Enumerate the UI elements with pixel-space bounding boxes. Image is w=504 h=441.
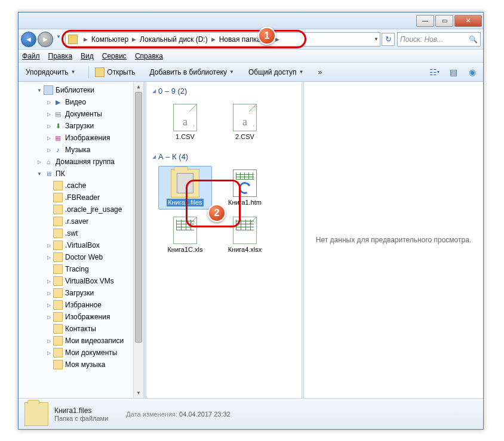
expand-icon[interactable]: ▷ (46, 314, 52, 320)
tree-item-13[interactable]: ▷.VirtualBox (20, 239, 142, 251)
expand-icon[interactable]: ▷ (46, 112, 52, 117)
file-item-1.CSV[interactable]: a,1.CSV (158, 100, 212, 144)
expand-icon[interactable]: ▷ (46, 291, 52, 296)
file-item-Книга1.files[interactable]: Книга1.files (158, 166, 212, 209)
breadcrumb-drive[interactable]: Локальный диск (D:) (140, 35, 208, 44)
tree-label: Контакты (65, 325, 96, 333)
expand-icon[interactable]: ▷ (46, 100, 52, 105)
tree-item-19[interactable]: ▷Изображения (20, 311, 142, 323)
expand-icon[interactable]: ▷ (46, 338, 52, 344)
tree-item-2[interactable]: ▷▤Документы (20, 108, 142, 120)
expand-icon[interactable]: ▷ (46, 147, 52, 153)
tree-item-8[interactable]: .cache (20, 180, 142, 192)
tree-item-17[interactable]: ▷Загрузки (20, 287, 142, 299)
expand-icon[interactable]: ▼ (36, 88, 42, 93)
tree-item-7[interactable]: ▼🖥ПК (20, 168, 142, 180)
group-header-0[interactable]: ◢ 0 – 9 (2) (149, 85, 299, 98)
menu-tools[interactable]: Сервис (102, 52, 127, 60)
preview-pane-button[interactable]: ▤ (446, 67, 460, 78)
tree-item-20[interactable]: Контакты (20, 323, 142, 335)
pc-icon: 🖥 (44, 169, 53, 178)
status-folder-icon (24, 402, 48, 426)
chevron-right-icon: ▶ (132, 36, 136, 42)
annotation-badge-2: 2 (208, 204, 226, 222)
group-header-1[interactable]: ◢ А – К (4) (149, 151, 299, 164)
tree-item-9[interactable]: .FBReader (20, 192, 142, 203)
menu-file[interactable]: Файл (22, 52, 40, 60)
tree-label: Изображения (65, 134, 110, 142)
tree-item-23[interactable]: Моя музыка (20, 359, 142, 371)
tree-item-1[interactable]: ▷▶Видео (20, 96, 142, 108)
expand-icon[interactable]: ▷ (46, 124, 52, 129)
file-list[interactable]: ◢ 0 – 9 (2)a,1.CSVa,2.CSV◢ А – К (4)Книг… (146, 82, 302, 398)
back-button[interactable]: ◄ (21, 32, 36, 47)
expand-icon[interactable]: ▷ (46, 350, 52, 356)
expand-icon[interactable]: ▷ (46, 243, 52, 248)
refresh-button[interactable]: ↻ (382, 33, 395, 46)
tree-item-22[interactable]: ▷Мои документы (20, 347, 142, 359)
file-item-2.CSV[interactable]: a,2.CSV (218, 100, 272, 144)
expand-icon[interactable]: ▷ (36, 159, 42, 165)
more-button[interactable]: » (314, 66, 325, 78)
file-label: Книга4.xlsx (228, 246, 262, 254)
tree-item-0[interactable]: ▼Библиотеки (20, 84, 142, 96)
tree-scrollbar[interactable]: ▲ ▼ (133, 82, 143, 398)
expand-icon[interactable]: ▼ (36, 171, 42, 177)
tree-item-6[interactable]: ▷⌂Домашняя группа (20, 156, 142, 168)
fld-icon (53, 193, 63, 202)
navigation-bar: ◄ ► ▼ ▶ Компьютер ▶ Локальный диск (D:) … (19, 29, 483, 50)
fld-icon (53, 205, 63, 214)
tree-item-14[interactable]: ▷Doctor Web (20, 251, 142, 263)
menu-edit[interactable]: Правка (48, 52, 73, 60)
maximize-button[interactable]: ▭ (435, 15, 453, 27)
breadcrumb-computer[interactable]: Компьютер (91, 35, 128, 44)
tree-label: Изображения (65, 313, 110, 321)
help-button[interactable]: ◉ (465, 67, 480, 78)
tree-item-18[interactable]: ▷Избранное (20, 299, 142, 311)
add-to-library-button[interactable]: Добавить в библиотеку▼ (146, 66, 237, 78)
expand-icon[interactable]: ▷ (46, 303, 52, 308)
file-label: 2.CSV (235, 133, 254, 141)
scrollbar-thumb[interactable] (135, 92, 142, 343)
tree-label: Документы (65, 110, 102, 118)
open-button[interactable]: Открыть (91, 66, 139, 79)
tree-item-21[interactable]: ▷Мои видеозаписи (20, 335, 142, 347)
scroll-up-icon[interactable]: ▲ (134, 82, 143, 92)
share-button[interactable]: Общий доступ▼ (245, 66, 308, 78)
tree-item-5[interactable]: ▷♪Музыка (20, 144, 142, 156)
tree-item-15[interactable]: Tracing (20, 263, 142, 275)
minimize-button[interactable]: — (416, 15, 434, 27)
menu-help[interactable]: Справка (135, 52, 163, 60)
address-bar[interactable]: ▶ Компьютер ▶ Локальный диск (D:) ▶ Нова… (65, 32, 380, 47)
file-item-Книга1.htm[interactable]: Книга1.htm (218, 166, 272, 209)
file-item-Книга1C.xls[interactable]: Книга1C.xls (158, 213, 212, 257)
status-mod-value: 04.04.2017 23:32 (179, 411, 231, 418)
file-item-Книга4.xlsx[interactable]: Книга4.xlsx (218, 213, 272, 257)
address-dropdown[interactable]: ▼ (374, 36, 379, 42)
tree-item-10[interactable]: .oracle_jre_usage (20, 203, 142, 215)
collapse-icon[interactable]: ◢ (151, 88, 157, 94)
close-button[interactable]: ✕ (454, 15, 482, 27)
tree-item-11[interactable]: .r.saver (20, 215, 142, 227)
search-input[interactable]: Поиск: Нов... 🔍 (397, 32, 481, 47)
tree-item-3[interactable]: ▷⬇Загрузки (20, 120, 142, 132)
history-dropdown[interactable]: ▼ (54, 32, 63, 42)
expand-icon[interactable]: ▷ (46, 279, 52, 284)
scroll-down-icon[interactable]: ▼ (134, 388, 143, 398)
view-options-button[interactable]: ☷▾ (427, 67, 441, 78)
tree-item-12[interactable]: .swt (20, 227, 142, 239)
expand-icon[interactable]: ▷ (46, 135, 52, 141)
tree-label: VirtualBox VMs (65, 277, 114, 285)
collapse-icon[interactable]: ◢ (151, 154, 157, 159)
command-bar: Упорядочить▼ Открыть Добавить в библиоте… (19, 63, 483, 82)
tree-label: .VirtualBox (65, 241, 100, 249)
csv-icon: a, (231, 103, 259, 132)
tree-item-16[interactable]: ▷VirtualBox VMs (20, 275, 142, 287)
tree-item-4[interactable]: ▷▦Изображения (20, 132, 142, 144)
navigation-tree[interactable]: ▼Библиотеки▷▶Видео▷▤Документы▷⬇Загрузки▷… (19, 82, 144, 398)
forward-button[interactable]: ► (38, 32, 53, 47)
menu-view[interactable]: Вид (81, 52, 94, 60)
expand-icon[interactable]: ▷ (46, 255, 52, 260)
fld-icon (53, 240, 63, 250)
organize-button[interactable]: Упорядочить▼ (22, 66, 79, 78)
